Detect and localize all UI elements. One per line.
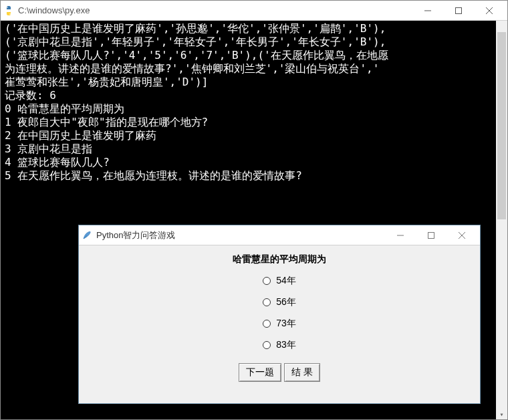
main-titlebar: C:\windows\py.exe [1,1,507,21]
console-line: ('京剧中花旦是指','年轻男子','年轻女子','年长男子','年长女子','… [5,35,386,48]
option-d[interactable]: 83年 [263,339,296,351]
console-line: 4 篮球比赛每队几人? [5,156,110,169]
radio-icon [263,341,271,349]
svg-point-0 [7,7,8,8]
window-controls [412,1,505,20]
option-b[interactable]: 56年 [263,296,296,308]
result-button[interactable]: 结 果 [284,363,320,382]
dialog-maximize-button[interactable] [416,226,447,245]
console-line: ('篮球比赛每队几人?','4','5','6','7','B'),('在天愿作… [5,49,388,62]
python-icon [3,5,14,16]
console-line: 1 夜郎自大中"夜郎"指的是现在哪个地方? [5,116,208,128]
svg-point-1 [9,13,11,15]
console-line: 2 在中国历史上是谁发明了麻药 [5,129,156,142]
svg-rect-3 [456,7,462,13]
option-text: 56年 [276,296,296,308]
dialog-body: 哈雷慧星的平均周期为 54年 56年 73年 83年 下一题 结 果 [79,245,480,382]
dialog-titlebar: Python智力问答游戏 [79,225,480,245]
close-button[interactable] [474,1,505,20]
option-text: 83年 [276,339,296,351]
dialog-window-controls [385,226,477,245]
vertical-scrollbar[interactable]: ▴ ▾ [496,21,507,420]
console-line: 为连理枝。讲述的是谁的爱情故事?','焦钟卿和刘兰芝','梁山伯与祝英台',' [5,62,379,75]
minimize-button[interactable] [412,1,443,20]
next-button[interactable]: 下一题 [239,363,281,382]
dialog-close-button[interactable] [447,226,477,245]
options-group: 54年 56年 73年 83年 [79,275,480,351]
radio-icon [263,277,271,285]
console-line: 3 京剧中花旦是指 [5,142,92,155]
quiz-dialog: Python智力问答游戏 哈雷慧星的平均周期为 54年 56年 [78,225,481,404]
console-line: 0 哈雷慧星的平均周期为 [5,102,124,115]
radio-icon [263,298,271,306]
button-row: 下一题 结 果 [79,363,480,382]
console-line: 记录数: 6 [5,89,56,102]
dialog-title: Python智力问答游戏 [96,229,385,241]
option-c[interactable]: 73年 [263,318,296,330]
svg-rect-8 [428,232,434,238]
console-line: ('在中国历史上是谁发明了麻药','孙思邈','华佗','张仲景','扁鹊','… [5,22,386,35]
tk-feather-icon [82,230,92,241]
dialog-minimize-button[interactable] [385,226,416,245]
main-window-title: C:\windows\py.exe [18,5,412,15]
option-text: 54年 [276,275,296,287]
maximize-button[interactable] [443,1,474,20]
option-text: 73年 [276,318,296,330]
console-line: 5 在天愿作比翼鸟，在地愿为连理枝。讲述的是谁的爱情故事? [5,169,302,182]
radio-icon [263,320,271,328]
scroll-down-button[interactable]: ▾ [496,409,507,420]
question-label: 哈雷慧星的平均周期为 [79,253,480,266]
scrollbar-thumb[interactable] [497,32,506,219]
option-a[interactable]: 54年 [263,275,296,287]
console-line: 崔莺莺和张生','杨贵妃和唐明皇','D')] [5,76,208,88]
